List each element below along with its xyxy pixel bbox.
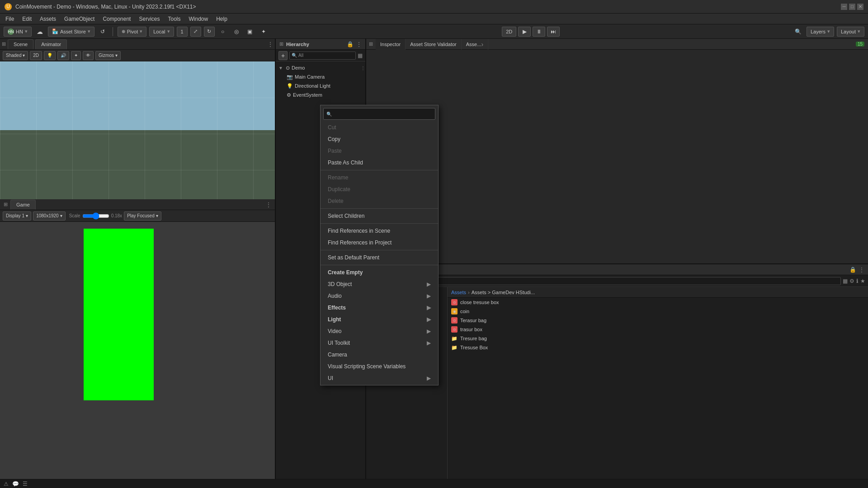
scene-hidden-btn[interactable]: 👁 xyxy=(83,51,94,60)
minimize-button[interactable]: ─ xyxy=(841,4,847,10)
panel-expand-icon[interactable]: › xyxy=(481,41,483,48)
project-lock-icon[interactable]: 🔒 xyxy=(849,267,856,273)
context-set-default-parent[interactable]: Set as Default Parent xyxy=(321,252,438,263)
tab-asset-validator[interactable]: Asset Store Validator xyxy=(406,39,462,50)
project-view-icon[interactable]: ▦ xyxy=(843,278,848,284)
tab-inspector[interactable]: Inspector xyxy=(376,39,406,50)
menu-component[interactable]: Component xyxy=(99,15,134,23)
game-canvas[interactable] xyxy=(0,222,275,488)
scene-options-icon[interactable]: ⋮ xyxy=(268,41,273,47)
project-info-icon[interactable]: ℹ xyxy=(856,278,859,284)
context-copy[interactable]: Copy xyxy=(321,133,438,145)
asset-store-button[interactable]: 🏪 Asset Store ▾ xyxy=(48,27,94,37)
search-button[interactable]: 🔍 xyxy=(793,26,804,37)
context-rename[interactable]: Rename xyxy=(321,172,438,183)
maximize-button[interactable]: □ xyxy=(849,4,855,10)
move-tool[interactable]: ⤢ xyxy=(190,27,201,37)
game-options-icon[interactable]: ⋮ xyxy=(266,202,271,208)
menu-window[interactable]: Window xyxy=(185,15,212,23)
play-mode-btn[interactable]: Play Focused ▾ xyxy=(124,211,161,221)
project-star-icon[interactable]: ★ xyxy=(860,278,865,284)
grid-value-button[interactable]: 1 xyxy=(177,27,188,37)
game-res-btn[interactable]: 488x868 ▾ xyxy=(33,211,66,221)
layout-dropdown[interactable]: Layout ▾ xyxy=(837,27,864,37)
scene-audio-btn[interactable]: 🔊 xyxy=(57,51,69,60)
context-camera[interactable]: Camera xyxy=(321,349,438,361)
project-asset-5[interactable]: 📁 Tresuse Box xyxy=(448,343,868,352)
hand-tool[interactable]: ○ xyxy=(217,26,228,37)
hierarchy-item-demo[interactable]: ▼ ⊙ Demo ⋮ xyxy=(276,63,365,72)
menu-help[interactable]: Help xyxy=(212,15,231,23)
hierarchy-add-button[interactable]: + xyxy=(278,51,288,60)
tab-asse[interactable]: Asse... › xyxy=(462,39,488,50)
close-button[interactable]: ✕ xyxy=(857,4,863,10)
menu-file[interactable]: File xyxy=(2,15,18,23)
menu-assets[interactable]: Assets xyxy=(36,15,60,23)
menu-edit[interactable]: Edit xyxy=(19,15,35,23)
breadcrumb-assets[interactable]: Assets xyxy=(451,290,466,295)
context-search-input[interactable] xyxy=(334,111,432,117)
scene-shading-btn[interactable]: Shaded ▾ xyxy=(3,51,28,60)
scene-fx-btn[interactable]: ✦ xyxy=(71,51,81,60)
context-audio[interactable]: Audio ▶ xyxy=(321,290,438,302)
project-options-icon[interactable]: ⋮ xyxy=(859,267,864,273)
context-visual-scripting[interactable]: Visual Scripting Scene Variables xyxy=(321,361,438,372)
game-grid-icon[interactable]: ⊞ xyxy=(4,202,8,207)
scene-grid-icon[interactable]: ⊞ xyxy=(2,41,6,47)
project-settings-icon[interactable]: ⚙ xyxy=(849,278,854,284)
context-light[interactable]: Light ▶ xyxy=(321,314,438,325)
rotate-tool[interactable]: ↻ xyxy=(204,27,215,37)
hierarchy-filter-icon[interactable]: ▦ xyxy=(358,52,363,59)
context-paste-as-child[interactable]: Paste As Child xyxy=(321,157,438,169)
custom-tool[interactable]: ✦ xyxy=(258,26,269,37)
layers-dropdown[interactable]: Layers ▾ xyxy=(807,27,834,37)
context-find-refs-scene[interactable]: Find References in Scene xyxy=(321,225,438,237)
context-duplicate[interactable]: Duplicate xyxy=(321,183,438,195)
hierarchy-options-icon[interactable]: ⋮ xyxy=(356,41,362,47)
project-asset-1[interactable]: ◉ coin xyxy=(448,307,868,316)
hierarchy-item-eventsystem[interactable]: ⚙ EventSystem xyxy=(276,90,365,99)
step-button[interactable]: ⏭ xyxy=(547,27,560,37)
hierarchy-item-camera[interactable]: 📷 Main Camera xyxy=(276,72,365,81)
context-create-empty[interactable]: Create Empty xyxy=(321,267,438,278)
2d-toggle[interactable]: 2D xyxy=(502,27,516,37)
context-select-children[interactable]: Select Children xyxy=(321,210,438,222)
account-button[interactable]: HN HN ▾ xyxy=(4,27,32,37)
scene-gizmo-btn[interactable]: Gizmos ▾ xyxy=(95,51,121,60)
project-asset-3[interactable]: ⊙ trasur box xyxy=(448,325,868,334)
context-effects[interactable]: Effects ▶ xyxy=(321,302,438,314)
scene-2d-btn[interactable]: 2D xyxy=(30,51,42,60)
hierarchy-lock-icon[interactable]: 🔒 xyxy=(347,41,354,47)
context-3d-object[interactable]: 3D Object ▶ xyxy=(321,278,438,290)
scene-light-btn[interactable]: 💡 xyxy=(44,51,56,60)
context-cut[interactable]: Cut xyxy=(321,122,438,133)
demo-options-icon[interactable]: ⋮ xyxy=(361,66,365,70)
context-ui-toolkit[interactable]: UI Toolkit ▶ xyxy=(321,337,438,349)
scale-tool[interactable]: ◎ xyxy=(231,26,242,37)
context-delete[interactable]: Delete xyxy=(321,195,438,207)
menu-gameobject[interactable]: GameObject xyxy=(61,15,98,23)
game-display-btn[interactable]: Display 1 ▾ xyxy=(3,211,31,221)
scale-slider[interactable] xyxy=(82,212,109,220)
tab-animator[interactable]: Animator xyxy=(35,39,67,49)
cloud-button[interactable]: ☁ xyxy=(34,26,45,37)
context-video[interactable]: Video ▶ xyxy=(321,325,438,337)
project-asset-0[interactable]: ⊙ close tresuse box xyxy=(448,298,868,307)
play-button[interactable]: ▶ xyxy=(518,27,531,37)
context-paste[interactable]: Paste xyxy=(321,145,438,157)
context-find-refs-project[interactable]: Find References in Project xyxy=(321,237,438,249)
tab-scene[interactable]: Scene xyxy=(8,39,33,49)
pause-button[interactable]: ⏸ xyxy=(533,27,545,37)
scene-canvas[interactable] xyxy=(0,61,275,199)
tab-game[interactable]: Game xyxy=(10,200,36,210)
hierarchy-item-light[interactable]: 💡 Directional Light xyxy=(276,81,365,90)
context-ui[interactable]: UI ▶ xyxy=(321,372,438,384)
project-asset-2[interactable]: ⊙ Terasur bag xyxy=(448,316,868,325)
menu-services[interactable]: Services xyxy=(135,15,163,23)
history-button[interactable]: ↺ xyxy=(97,26,108,37)
menu-tools[interactable]: Tools xyxy=(164,15,184,23)
local-button[interactable]: Local ▾ xyxy=(149,27,174,37)
project-asset-4[interactable]: 📁 Tresure bag xyxy=(448,334,868,343)
pivot-button[interactable]: ⊕ Pivot ▾ xyxy=(118,27,146,37)
rect-tool[interactable]: ▣ xyxy=(245,26,255,37)
